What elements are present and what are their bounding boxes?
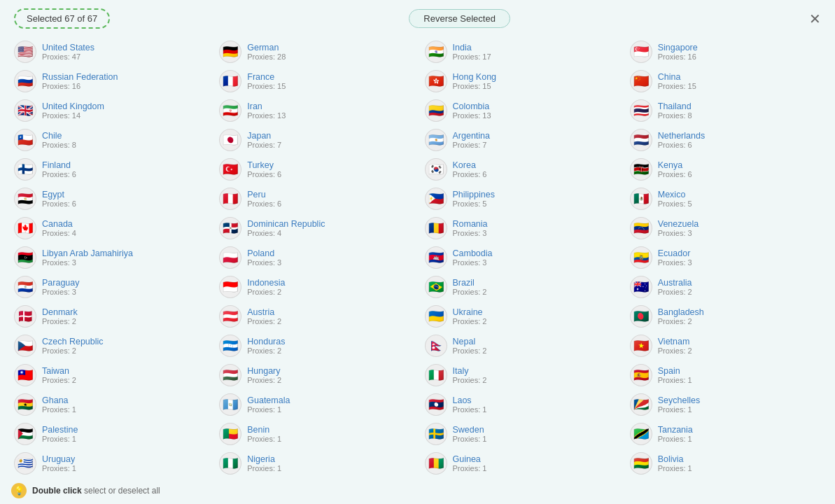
list-item[interactable]: 🇻🇪VenezuelaProxies: 3 bbox=[623, 214, 828, 243]
list-item[interactable]: 🇲🇽MexicoProxies: 5 bbox=[623, 184, 828, 214]
list-item[interactable]: 🇫🇷FranceProxies: 15 bbox=[212, 66, 417, 96]
flag-icon: 🇵🇸 bbox=[14, 423, 36, 445]
list-item[interactable]: 🇹🇼TaiwanProxies: 2 bbox=[7, 360, 212, 390]
list-item[interactable]: 🇰🇭CambodiaProxies: 3 bbox=[418, 243, 623, 272]
country-name: Guatemala bbox=[247, 396, 290, 405]
list-item[interactable]: 🇻🇳VietnamProxies: 2 bbox=[623, 331, 828, 360]
flag-icon: 🇦🇷 bbox=[425, 129, 447, 151]
list-item[interactable]: 🇩🇴Dominican RepublicProxies: 4 bbox=[212, 214, 417, 243]
list-item[interactable]: 🇨🇴ColombiaProxies: 13 bbox=[418, 96, 623, 125]
country-name: France bbox=[247, 72, 286, 82]
list-item[interactable]: 🇳🇱NetherlandsProxies: 6 bbox=[623, 125, 828, 155]
list-item[interactable]: 🇨🇱ChileProxies: 8 bbox=[7, 125, 212, 155]
country-proxies: Proxies: 2 bbox=[247, 317, 281, 326]
list-item[interactable]: 🇦🇹AustriaProxies: 2 bbox=[212, 302, 417, 331]
list-item[interactable]: 🇮🇩IndonesiaProxies: 2 bbox=[212, 272, 417, 302]
list-item[interactable]: 🇨🇦CanadaProxies: 4 bbox=[7, 214, 212, 243]
list-item[interactable]: 🇱🇾Libyan Arab JamahiriyaProxies: 3 bbox=[7, 243, 212, 272]
flag-icon: 🇨🇿 bbox=[14, 335, 36, 357]
list-item[interactable]: 🇬🇧United KingdomProxies: 14 bbox=[7, 96, 212, 125]
list-item[interactable]: 🇨🇳ChinaProxies: 15 bbox=[623, 66, 828, 96]
country-name: Vietnam bbox=[658, 337, 692, 346]
list-item[interactable]: 🇧🇴BoliviaProxies: 1 bbox=[623, 449, 828, 478]
list-item[interactable]: 🇭🇺HungaryProxies: 2 bbox=[212, 360, 417, 390]
country-info: United KingdomProxies: 14 bbox=[42, 102, 104, 120]
list-item[interactable]: 🇺🇸United StatesProxies: 47 bbox=[7, 37, 212, 66]
list-item[interactable]: 🇷🇺Russian FederationProxies: 16 bbox=[7, 66, 212, 96]
country-name: Korea bbox=[453, 160, 487, 170]
list-item[interactable]: 🇪🇨EcuadorProxies: 3 bbox=[623, 243, 828, 272]
country-proxies: Proxies: 7 bbox=[247, 141, 281, 149]
list-item[interactable]: 🇭🇰Hong KongProxies: 15 bbox=[418, 66, 623, 96]
country-name: Iran bbox=[247, 102, 286, 111]
country-info: ColombiaProxies: 13 bbox=[453, 102, 491, 120]
list-item[interactable]: 🇮🇳IndiaProxies: 17 bbox=[418, 37, 623, 66]
list-item[interactable]: 🇪🇸SpainProxies: 1 bbox=[623, 360, 828, 390]
list-item[interactable]: 🇸🇪SwedenProxies: 1 bbox=[418, 419, 623, 449]
list-item[interactable]: 🇵🇭PhilippinesProxies: 5 bbox=[418, 184, 623, 214]
list-item[interactable]: 🇺🇦UkraineProxies: 2 bbox=[418, 302, 623, 331]
list-item[interactable]: 🇷🇴RomaniaProxies: 3 bbox=[418, 214, 623, 243]
list-item[interactable]: 🇩🇪GermanProxies: 28 bbox=[212, 37, 417, 66]
flag-icon: 🇭🇺 bbox=[219, 364, 241, 386]
list-item[interactable]: 🇹🇭ThailandProxies: 8 bbox=[623, 96, 828, 125]
list-item[interactable]: 🇵🇱PolandProxies: 3 bbox=[212, 243, 417, 272]
country-name: Palestine bbox=[42, 425, 78, 435]
list-item[interactable]: 🇩🇰DenmarkProxies: 2 bbox=[7, 302, 212, 331]
list-item[interactable]: 🇹🇷TurkeyProxies: 6 bbox=[212, 155, 417, 184]
country-proxies: Proxies: 1 bbox=[453, 464, 487, 472]
list-item[interactable]: 🇵🇪PeruProxies: 6 bbox=[212, 184, 417, 214]
list-item[interactable]: 🇦🇷ArgentinaProxies: 7 bbox=[418, 125, 623, 155]
country-name: Guinea bbox=[453, 454, 487, 464]
country-name: Egypt bbox=[42, 190, 76, 200]
country-proxies: Proxies: 3 bbox=[42, 258, 133, 267]
close-button[interactable]: ✕ bbox=[809, 10, 821, 27]
reverse-selected-button[interactable]: Reverse Selected bbox=[409, 9, 510, 28]
list-item[interactable]: 🇺🇾UruguayProxies: 1 bbox=[7, 449, 212, 478]
country-name: Turkey bbox=[247, 160, 281, 170]
footer: 💡 Double click select or deselect all bbox=[0, 477, 835, 504]
list-item[interactable]: 🇦🇺AustraliaProxies: 2 bbox=[623, 272, 828, 302]
country-name: Ukraine bbox=[453, 307, 487, 317]
country-info: KoreaProxies: 6 bbox=[453, 160, 487, 178]
list-item[interactable]: 🇪🇬EgyptProxies: 6 bbox=[7, 184, 212, 214]
country-name: Romania bbox=[453, 219, 488, 229]
list-item[interactable]: 🇫🇮FinlandProxies: 6 bbox=[7, 155, 212, 184]
list-item[interactable]: 🇰🇪KenyaProxies: 6 bbox=[623, 155, 828, 184]
list-item[interactable]: 🇬🇳GuineaProxies: 1 bbox=[418, 449, 623, 478]
country-proxies: Proxies: 47 bbox=[42, 52, 94, 61]
list-item[interactable]: 🇳🇬NigeriaProxies: 1 bbox=[212, 449, 417, 478]
list-item[interactable]: 🇬🇹GuatemalaProxies: 1 bbox=[212, 390, 417, 419]
list-item[interactable]: 🇮🇹ItalyProxies: 2 bbox=[418, 360, 623, 390]
flag-icon: 🇵🇾 bbox=[14, 276, 36, 298]
country-name: Paraguay bbox=[42, 278, 80, 288]
top-bar: Selected 67 of 67 Reverse Selected ✕ bbox=[0, 0, 835, 37]
country-name: Austria bbox=[247, 307, 281, 317]
country-name: Thailand bbox=[658, 102, 692, 111]
country-name: Poland bbox=[247, 248, 281, 258]
country-proxies: Proxies: 3 bbox=[247, 258, 281, 267]
list-item[interactable]: 🇱🇦LaosProxies: 1 bbox=[418, 390, 623, 419]
list-item[interactable]: 🇬🇭GhanaProxies: 1 bbox=[7, 390, 212, 419]
flag-icon: 🇬🇧 bbox=[14, 99, 36, 122]
list-item[interactable]: 🇯🇵JapanProxies: 7 bbox=[212, 125, 417, 155]
country-name: Ghana bbox=[42, 396, 76, 405]
flag-icon: 🇺🇸 bbox=[14, 41, 36, 63]
list-item[interactable]: 🇰🇷KoreaProxies: 6 bbox=[418, 155, 623, 184]
list-item[interactable]: 🇧🇯BeninProxies: 1 bbox=[212, 419, 417, 449]
flag-icon: 🇧🇷 bbox=[425, 276, 447, 298]
list-item[interactable]: 🇨🇿Czech RepublicProxies: 2 bbox=[7, 331, 212, 360]
list-item[interactable]: 🇹🇿TanzaniaProxies: 1 bbox=[623, 419, 828, 449]
list-item[interactable]: 🇧🇷BrazilProxies: 2 bbox=[418, 272, 623, 302]
country-info: VietnamProxies: 2 bbox=[658, 337, 692, 355]
list-item[interactable]: 🇸🇬SingaporeProxies: 16 bbox=[623, 37, 828, 66]
list-item[interactable]: 🇭🇳HondurasProxies: 2 bbox=[212, 331, 417, 360]
list-item[interactable]: 🇵🇾ParaguayProxies: 3 bbox=[7, 272, 212, 302]
list-item[interactable]: 🇧🇩BangladeshProxies: 2 bbox=[623, 302, 828, 331]
list-item[interactable]: 🇵🇸PalestineProxies: 1 bbox=[7, 419, 212, 449]
selected-badge[interactable]: Selected 67 of 67 bbox=[14, 8, 110, 29]
list-item[interactable]: 🇳🇵NepalProxies: 2 bbox=[418, 331, 623, 360]
list-item[interactable]: 🇸🇨SeychellesProxies: 1 bbox=[623, 390, 828, 419]
list-item[interactable]: 🇮🇷IranProxies: 13 bbox=[212, 96, 417, 125]
flag-icon: 🇱🇾 bbox=[14, 246, 36, 269]
